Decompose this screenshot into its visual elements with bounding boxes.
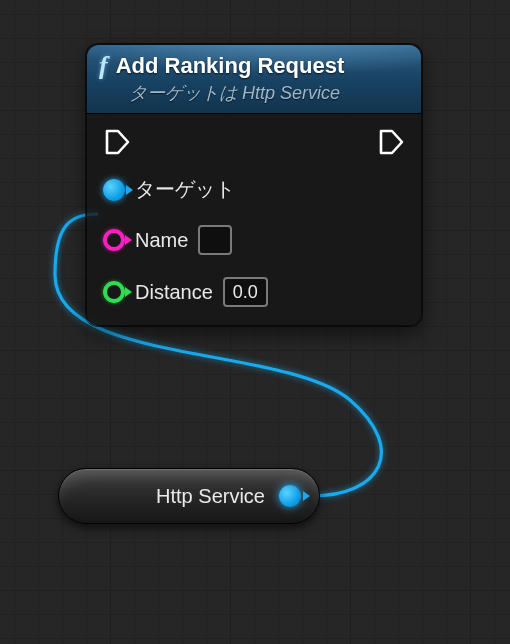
pin-distance[interactable]: Distance 0.0 xyxy=(103,277,405,307)
node-title: Add Ranking Request xyxy=(116,53,345,79)
pin-name[interactable]: Name xyxy=(103,225,405,255)
string-pin-icon[interactable] xyxy=(103,229,125,251)
node-header[interactable]: f Add Ranking Request ターゲットは Http Servic… xyxy=(87,45,421,114)
pin-target-label: ターゲット xyxy=(135,176,235,203)
name-input[interactable] xyxy=(198,225,232,255)
node-body: ターゲット Name Distance 0.0 xyxy=(87,114,421,325)
pin-distance-label: Distance xyxy=(135,281,213,304)
exec-in-pin[interactable] xyxy=(103,128,131,156)
http-service-label: Http Service xyxy=(156,485,265,508)
node-http-service[interactable]: Http Service xyxy=(58,468,320,524)
function-icon: f xyxy=(99,53,108,79)
object-pin-icon[interactable] xyxy=(103,179,125,201)
node-subtitle: ターゲットは Http Service xyxy=(99,81,407,105)
pin-target[interactable]: ターゲット xyxy=(103,176,405,203)
distance-input[interactable]: 0.0 xyxy=(223,277,268,307)
http-service-output-pin[interactable] xyxy=(279,485,301,507)
node-add-ranking-request[interactable]: f Add Ranking Request ターゲットは Http Servic… xyxy=(86,44,422,326)
pin-name-label: Name xyxy=(135,229,188,252)
exec-out-pin[interactable] xyxy=(377,128,405,156)
float-pin-icon[interactable] xyxy=(103,281,125,303)
